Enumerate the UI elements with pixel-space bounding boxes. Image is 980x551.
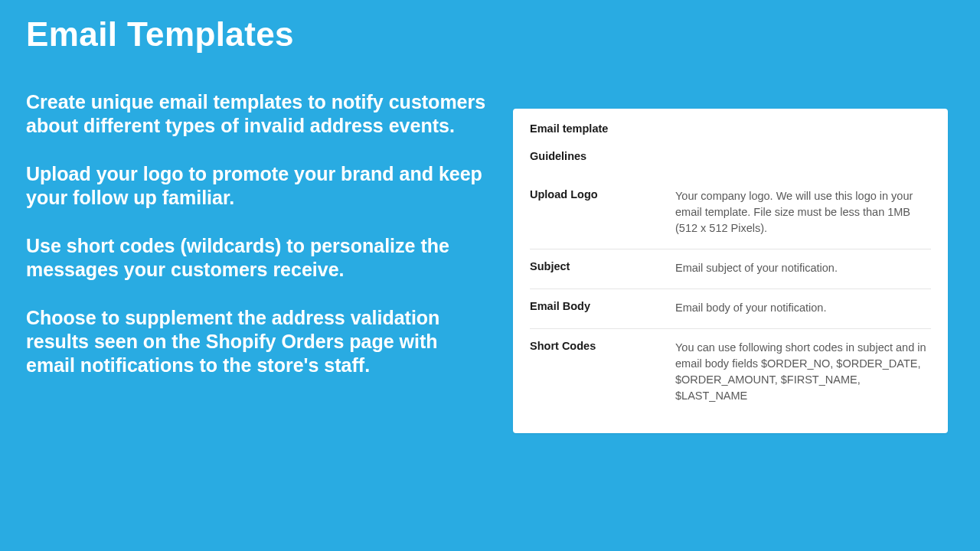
guideline-desc: Email body of your notification.: [675, 300, 931, 316]
guideline-desc: Email subject of your notification.: [675, 260, 931, 276]
email-template-card: Email template Guidelines Upload Logo Yo…: [513, 109, 948, 433]
slide: Email Templates Create unique email temp…: [0, 0, 980, 551]
card-title: Email template: [530, 122, 931, 135]
guideline-row-upload-logo: Upload Logo Your company logo. We will u…: [530, 178, 931, 249]
paragraph-2: Upload your logo to promote your brand a…: [26, 162, 487, 210]
guideline-row-email-body: Email Body Email body of your notificati…: [530, 289, 931, 328]
slide-title: Email Templates: [26, 15, 954, 54]
guideline-row-subject: Subject Email subject of your notificati…: [530, 249, 931, 289]
paragraph-4: Choose to supplement the address validat…: [26, 306, 487, 377]
card-subtitle: Guidelines: [530, 150, 931, 162]
slide-content: Create unique email templates to notify …: [26, 90, 954, 433]
guideline-label: Email Body: [530, 300, 675, 316]
guideline-desc: You can use following short codes in sub…: [675, 340, 931, 404]
paragraph-1: Create unique email templates to notify …: [26, 90, 487, 138]
left-column: Create unique email templates to notify …: [26, 90, 487, 433]
guideline-row-short-codes: Short Codes You can use following short …: [530, 328, 931, 416]
guideline-desc: Your company logo. We will use this logo…: [675, 188, 931, 236]
guideline-label: Subject: [530, 260, 675, 276]
paragraph-3: Use short codes (wildcards) to personali…: [26, 234, 487, 282]
right-column: Email template Guidelines Upload Logo Yo…: [513, 109, 948, 433]
guideline-label: Short Codes: [530, 340, 675, 404]
guideline-label: Upload Logo: [530, 188, 675, 236]
